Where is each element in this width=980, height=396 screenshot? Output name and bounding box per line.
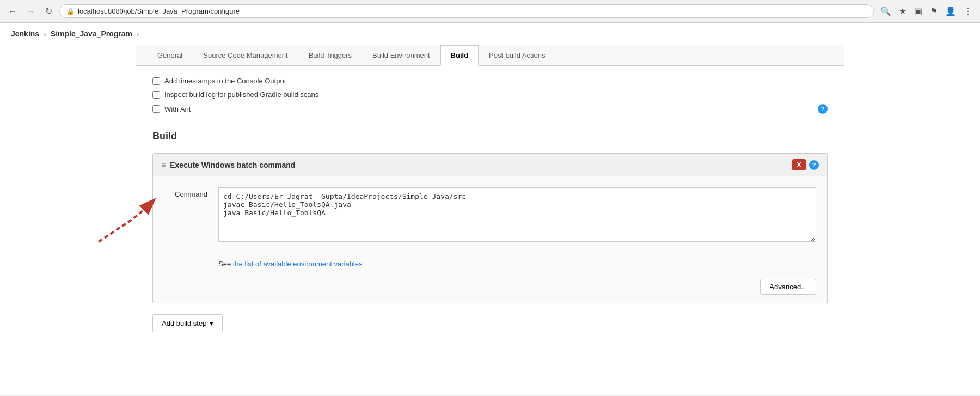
bookmark-icon[interactable]: ⚑: [928, 5, 940, 17]
divider: [152, 125, 828, 125]
add-build-step-button[interactable]: Add build step ▾: [152, 314, 223, 332]
checkbox-row-with-ant: With Ant ?: [152, 104, 828, 114]
browser-actions: 🔍 ★ ▣ ⚑ 👤 ⋮: [878, 5, 975, 17]
tabs-bar: General Source Code Management Build Tri…: [136, 45, 844, 66]
breadcrumb-project[interactable]: Simple_Java_Program: [51, 29, 132, 38]
command-field: cd C:/Users/Er Jagrat Gupta/IdeaProjects…: [218, 187, 816, 243]
browser-chrome: ← → ↻ 🔒 localhost:8080/job/Simple_Java_P…: [0, 0, 980, 23]
checkbox-row-gradle: Inspect build log for published Gradle b…: [152, 90, 828, 99]
breadcrumb-sep2: ›: [137, 29, 139, 38]
jenkins-page: Jenkins › Simple_Java_Program › General …: [0, 23, 980, 395]
command-label: Command: [164, 187, 207, 198]
build-step-box-wrapper: ≡ Execute Windows batch command X ?: [152, 153, 828, 303]
checkbox-row-timestamps: Add timestamps to the Console Output: [152, 77, 828, 85]
build-step-box: ≡ Execute Windows batch command X ?: [152, 153, 828, 303]
annotation-area: Command cd C:/Users/Er Jagrat Gupta/Idea…: [164, 187, 816, 243]
checkbox-label-timestamps: Add timestamps to the Console Output: [164, 77, 286, 85]
checkbox-section: Add timestamps to the Console Output Ins…: [152, 77, 828, 114]
tab-build[interactable]: Build: [440, 45, 479, 66]
lock-icon: 🔒: [66, 8, 75, 15]
content-area: Add timestamps to the Console Output Ins…: [136, 66, 844, 360]
env-variables-link[interactable]: the list of available environment variab…: [233, 260, 363, 268]
extensions-icon[interactable]: ▣: [912, 5, 924, 17]
address-bar[interactable]: 🔒 localhost:8080/job/Simple_Java_Program…: [59, 4, 874, 18]
breadcrumb-jenkins[interactable]: Jenkins: [11, 29, 39, 38]
reload-button[interactable]: ↻: [42, 5, 55, 17]
see-text: See: [218, 260, 233, 268]
build-step-body: Command cd C:/Users/Er Jagrat Gupta/Idea…: [153, 176, 827, 260]
dashed-arrow-annotation: [82, 193, 169, 247]
back-button[interactable]: ←: [5, 5, 20, 17]
drag-handle-icon[interactable]: ≡: [161, 161, 166, 169]
checkbox-gradle[interactable]: [152, 91, 160, 99]
see-link-row: See the list of available environment va…: [153, 260, 827, 276]
tab-post-build-actions[interactable]: Post-build Actions: [479, 45, 555, 66]
command-form-row: Command cd C:/Users/Er Jagrat Gupta/Idea…: [164, 187, 816, 243]
breadcrumb: Jenkins › Simple_Java_Program ›: [0, 23, 980, 45]
star-icon[interactable]: ★: [897, 5, 909, 17]
step-help-icon[interactable]: ?: [809, 160, 819, 170]
build-step-title-row: ≡ Execute Windows batch command: [161, 161, 295, 169]
dropdown-chevron-icon: ▾: [210, 319, 213, 327]
url-text: localhost:8080/job/Simple_Java_Program/c…: [78, 7, 867, 15]
profile-icon[interactable]: 👤: [943, 5, 958, 17]
build-step-actions: X ?: [792, 159, 819, 170]
tab-general[interactable]: General: [147, 45, 193, 66]
checkbox-with-ant[interactable]: [152, 105, 160, 113]
zoom-icon[interactable]: 🔍: [878, 5, 893, 17]
tab-build-triggers[interactable]: Build Triggers: [298, 45, 362, 66]
add-build-step-label: Add build step: [162, 319, 206, 327]
with-ant-help-icon[interactable]: ?: [818, 104, 828, 114]
build-step-title: Execute Windows batch command: [170, 161, 295, 169]
advanced-row: Advanced...: [153, 276, 827, 303]
tab-build-environment[interactable]: Build Environment: [362, 45, 440, 66]
config-container: General Source Code Management Build Tri…: [136, 45, 844, 360]
checkbox-label-gradle: Inspect build log for published Gradle b…: [164, 90, 318, 99]
delete-step-button[interactable]: X: [792, 159, 806, 170]
build-step-header: ≡ Execute Windows batch command X ?: [153, 154, 827, 176]
command-textarea[interactable]: cd C:/Users/Er Jagrat Gupta/IdeaProjects…: [218, 187, 816, 242]
with-ant-left: With Ant: [152, 105, 191, 113]
checkbox-timestamps[interactable]: [152, 77, 160, 85]
forward-button[interactable]: →: [24, 5, 38, 17]
menu-icon[interactable]: ⋮: [961, 5, 975, 17]
tab-source-code-management[interactable]: Source Code Management: [193, 45, 298, 66]
breadcrumb-sep1: ›: [44, 29, 46, 38]
browser-toolbar: ← → ↻ 🔒 localhost:8080/job/Simple_Java_P…: [0, 0, 980, 22]
checkbox-label-with-ant: With Ant: [164, 105, 191, 113]
build-section-title: Build: [152, 131, 828, 142]
build-section: Build ≡ Execute Windows batch command X: [152, 131, 828, 349]
advanced-button[interactable]: Advanced...: [760, 279, 816, 295]
add-build-step-row: Add build step ▾: [152, 314, 828, 349]
